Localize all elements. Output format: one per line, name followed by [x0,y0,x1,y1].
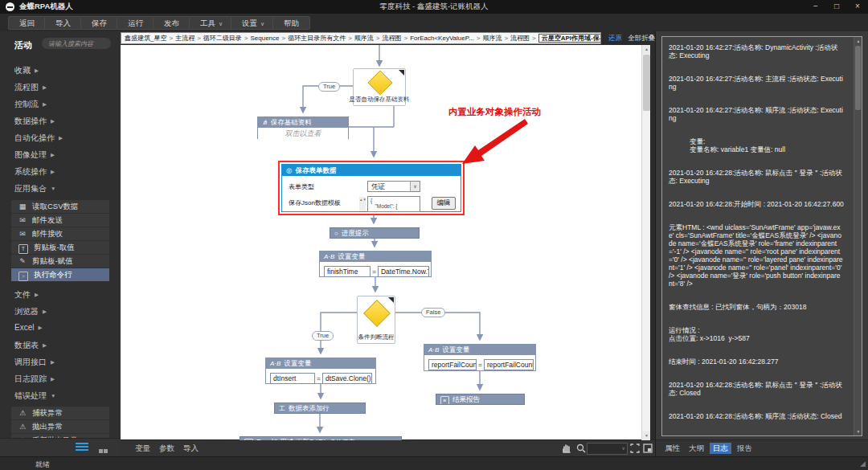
run-button[interactable]: 运行 [117,16,154,30]
activity-node-progress-tip[interactable]: ○进度提示 [330,227,420,239]
breadcrumb-item[interactable]: 顺序流 [482,35,502,42]
activity-item-clipboard-set[interactable]: ✎剪贴板-赋值 [11,255,109,268]
publish-button[interactable]: 发布 [153,16,190,30]
activity-item-mail-send[interactable]: ✉邮件发送 [11,214,109,227]
variable-name-input[interactable]: dtInsert [270,373,315,384]
scrollbar-thumb[interactable] [855,46,861,110]
scrollbar-thumb[interactable] [643,55,650,111]
scroll-up-icon[interactable]: ▲ [854,37,862,45]
sidebar-group-logtrace[interactable]: 日志跟踪▶ [14,374,55,386]
canvas-vertical-scrollbar[interactable]: ▲ ▼ [641,45,650,440]
scroll-up-icon[interactable]: ▲ [642,45,650,54]
resize-grip[interactable]: ◢ [860,460,866,468]
scroll-down-icon[interactable]: ▼ [854,427,862,435]
restore-button[interactable]: □ [826,0,847,14]
sidebar-group-appcollection[interactable]: 应用集合▼ [14,183,55,195]
activity-item-throw-exception[interactable]: ⚠抛出异常 [11,420,109,433]
back-button[interactable]: 返回 [8,16,46,30]
settings-menu-button[interactable]: 设置∨ [231,16,276,30]
search-input[interactable] [42,38,111,49]
breadcrumb-item[interactable]: ForEach<KeyValueP... [410,35,474,42]
arguments-tab[interactable]: 参数 [159,443,174,454]
breadcrumb-item[interactable]: 循环二级目录 [203,35,242,42]
variables-tab[interactable]: 变量 [135,443,150,454]
form-type-select[interactable]: 凭证∨ [367,181,420,192]
tab-properties[interactable]: 属性 [661,443,683,454]
sidebar-group-image[interactable]: 图像处理▶ [14,149,55,161]
close-button[interactable]: × [847,0,868,14]
button-label: 发布 [164,18,179,27]
activity-node-set-variable-dtinsert[interactable]: A·B设置变量 dtInsert=dtSave.Clone() [265,358,376,384]
variable-value-input[interactable]: dtSave.Clone() [322,373,372,384]
breadcrumb-item[interactable]: 循环主目录所有文件 [288,35,346,42]
tab-report[interactable]: 报告 [734,443,755,454]
zoom-search-icon[interactable] [575,443,587,454]
sidebar-group-system[interactable]: 系统操作▶ [14,166,55,178]
activity-item-mail-receive[interactable]: ✉邮件接收 [11,227,109,240]
sidebar-group-favorites[interactable]: 收藏▶ [14,65,39,77]
sidebar-group-controlflow[interactable]: 控制流▶ [14,99,47,111]
activity-item-clipboard-get[interactable]: T剪贴板-取值 [11,241,109,254]
json-template-input[interactable]: { "Model": { [367,196,420,212]
activity-node-save-base-data[interactable]: ⋔保存基础资料 双击以查看 [257,116,349,139]
collapse-all-link[interactable]: 全部折叠 [628,34,655,43]
activity-node-set-variable-reportfailcount[interactable]: A·B设置变量 reportFailCount=reportFailCount+ [424,344,536,371]
sidebar-group-automation[interactable]: 自动化操作▶ [14,133,63,145]
import-button[interactable]: 导入 [44,16,82,30]
collapse-corner-icon[interactable] [388,297,394,303]
sidebar-group-datatable[interactable]: 数据表▶ [14,340,47,352]
activity-node-save-form-data[interactable]: ◎保存表单数据 表单类型 凭证∨ 保存Json数据模板 { "Model": {… [278,161,465,215]
breadcrumb-item-current[interactable]: 云星空API作用域-保存凭证 [538,34,601,43]
variable-name-input[interactable]: finishTime [324,266,371,277]
minimize-button[interactable]: − [805,0,826,14]
activity-node-datatable-add-row[interactable]: 工数据表添加行 [274,403,366,414]
decision-node-condition[interactable]: 条件判断流程 [357,296,395,344]
activity-item-run-command[interactable]: ＞执行命令行 [11,268,109,281]
sidebar-group-flowchart[interactable]: 流程图▶ [14,82,47,94]
import-tab[interactable]: 导入 [183,443,199,454]
activity-node-excel-scope[interactable]: XExcel作用域-更新DATA_SAVE表 [240,436,402,440]
flow-icon: ⋔ [262,117,268,128]
sidebar-group-browser[interactable]: 浏览器▶ [14,306,47,318]
variable-name-input[interactable]: reportFailCount [428,359,477,370]
edit-button[interactable]: 编辑 [432,197,456,210]
sidebar-group-api[interactable]: 调用接口▶ [14,357,55,369]
decision-node-auto-save[interactable]: 是否自动保存基础资料 [353,68,406,106]
tab-outline[interactable]: 大纲 [686,443,707,454]
scroll-down-icon[interactable]: ▼ [642,431,650,440]
zoom-level-select[interactable]: ∨ [587,443,628,455]
log-output[interactable]: 2021-01-20 16:42:27:活动名称: DynamicActivit… [661,36,862,436]
spinner-icon[interactable]: ▲▼ [359,197,366,211]
pan-hand-icon[interactable] [561,443,572,454]
variable-value-input[interactable]: reportFailCount+ [484,359,534,370]
collapse-corner-icon[interactable] [399,70,404,76]
sidebar-group-file[interactable]: 文件▶ [14,289,39,301]
activity-item-catch-exception[interactable]: ⚠捕获异常 [11,407,109,419]
list-view-icon[interactable] [76,443,88,452]
decision-label: 条件判断流程 [358,333,395,341]
activity-node-set-variable-finishtime[interactable]: A·B设置变量 finishTime=DateTime.Now.To [319,251,432,277]
activity-item-read-csv[interactable]: ▦读取CSV数据 [11,200,109,213]
breadcrumb-item[interactable]: 顺序流 [354,35,374,42]
tab-log[interactable]: 日志 [710,443,731,454]
tools-menu-button[interactable]: 工具∨ [189,16,234,30]
breadcrumb-item[interactable]: 主流程 [175,35,194,42]
fit-to-screen-icon[interactable] [629,443,641,454]
variable-value-input[interactable]: DateTime.Now.To [378,266,429,277]
breadcrumb-item[interactable]: Sequence [250,35,279,42]
breadcrumb-item[interactable]: 流程图 [510,35,530,42]
restore-link[interactable]: 还原 [608,34,622,43]
sidebar-group-excel[interactable]: Excel▶ [14,323,42,335]
sidebar-group-errorhandling[interactable]: 错误处理▼ [14,390,55,403]
activity-node-result-report[interactable]: ≡结果报告 [436,394,525,405]
breadcrumb-item[interactable]: 流程图 [383,35,402,42]
overview-icon[interactable] [642,443,653,454]
grid-view-icon[interactable] [99,443,109,452]
spin-down-icon[interactable]: ▼ [362,198,366,202]
save-button[interactable]: 保存 [80,16,118,30]
help-button[interactable]: 帮助 [272,16,310,30]
log-vertical-scrollbar[interactable]: ▲ ▼ [854,37,862,435]
breadcrumb-item[interactable]: 鑫盛建筑_星空 [125,35,166,42]
sidebar-group-dataops[interactable]: 数据操作▶ [14,116,55,128]
flowchart-canvas[interactable]: 是否自动保存基础资料 True ⋔保存基础资料 双击以查看 内置业务对象操作活动… [121,45,650,440]
